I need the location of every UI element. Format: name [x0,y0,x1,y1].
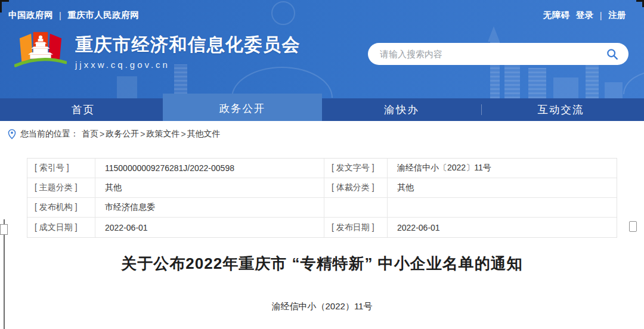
meta-value-topic-category: 其他 [95,178,324,197]
top-bar-separator: | [600,11,602,20]
breadcrumb-policy-files[interactable]: 政策文件 [146,129,179,139]
article-title: 关于公布2022年重庆市 “专精特新” 中小企业名单的通知 [0,253,644,274]
breadcrumb-separator: > [140,129,145,139]
tab-interaction[interactable]: 互动交流 [481,98,640,121]
meta-value-empty [388,198,617,217]
top-bar-separator: | [59,11,61,20]
breadcrumb-separator: > [181,129,185,139]
table-row: [ 成文日期 ] 2022-06-01 [ 发布日期 ] 2022-06-01 [27,218,617,237]
meta-value-doc-symbol: 渝经信中小〔2022〕11号 [388,159,617,178]
nav-tabs: 首页 政务公开 渝快办 互动交流 [4,94,640,121]
link-cq-gov[interactable]: 重庆市人民政府网 [67,10,139,21]
breadcrumb-home[interactable]: 首页 [82,129,98,139]
site-brand[interactable]: 重庆市经济和信息化委员会 jjxxw.cq.gov.cn [14,31,301,76]
screenshot-corner-mark-top-right [636,0,644,7]
meta-value-publish-date: 2022-06-01 [388,218,617,237]
meta-value-index-number: 11500000009276281J/2022-00598 [95,159,324,178]
skyline-bridge-arch-2 [623,70,644,94]
tab-government-affairs[interactable]: 政务公开 [163,94,322,121]
top-bar-left: 中国政府网 | 重庆市人民政府网 [8,10,139,21]
site-header: 中国政府网 | 重庆市人民政府网 无障碍 登录 | 注册 [0,0,644,121]
table-row: [ 发布机构 ] 市经济信息委 [27,198,617,218]
page: 中国政府网 | 重庆市人民政府网 无障碍 登录 | 注册 [0,0,644,329]
meta-value-written-date: 2022-06-01 [95,218,324,237]
table-row: [ 索引号 ] 11500000009276281J/2022-00598 [ … [27,159,617,178]
table-row: [ 主题分类 ] 其他 [ 体裁分类 ] 其他 [27,178,617,198]
meta-label-empty [324,198,388,217]
link-gov-cn[interactable]: 中国政府网 [8,10,53,21]
breadcrumb-prefix: 您当前的位置： [20,129,79,139]
site-logo-icon [14,31,67,76]
search-input[interactable] [380,49,605,59]
tab-yukuaiban[interactable]: 渝快办 [322,98,481,121]
site-domain: jjxxw.cq.gov.cn [75,60,301,70]
main-content: 您当前的位置： 首页 > 政务公开 > 政策文件 > 其他文件 [ 索引号 ] … [0,121,644,329]
screenshot-selection-handle-right [629,221,637,232]
skyline-tower-spire [488,26,500,42]
tab-home[interactable]: 首页 [4,98,163,121]
location-pin-icon [8,129,16,139]
article-doc-number: 渝经信中小（2022）11号 [0,301,644,312]
search-icon[interactable] [605,46,620,62]
breadcrumb: 您当前的位置： 首页 > 政务公开 > 政策文件 > 其他文件 [8,129,644,139]
breadcrumb-other-files[interactable]: 其他文件 [187,129,221,139]
meta-label-topic-category: [ 主题分类 ] [27,178,95,197]
meta-value-issuing-agency: 市经济信息委 [95,198,324,217]
screenshot-edge-line [4,219,5,329]
meta-label-issuing-agency: [ 发布机构 ] [27,198,95,217]
login-link[interactable]: 登录 [576,10,594,21]
meta-label-genre-category: [ 体裁分类 ] [324,178,388,197]
top-bar: 中国政府网 | 重庆市人民政府网 无障碍 登录 | 注册 [8,10,626,21]
meta-label-index-number: [ 索引号 ] [27,159,95,178]
main-nav: 首页 政务公开 渝快办 互动交流 [0,94,644,121]
meta-label-written-date: [ 成文日期 ] [27,218,95,237]
meta-value-genre-category: 其他 [388,178,617,197]
brand-text: 重庆市经济和信息化委员会 jjxxw.cq.gov.cn [75,31,301,70]
breadcrumb-separator: > [100,129,104,139]
top-bar-right: 无障碍 登录 | 注册 [543,10,626,21]
document-meta-table: [ 索引号 ] 11500000009276281J/2022-00598 [ … [27,158,617,238]
breadcrumb-gov-affairs[interactable]: 政务公开 [106,129,139,139]
screenshot-corner-mark-top-left [0,0,9,13]
register-link[interactable]: 注册 [608,10,626,21]
site-name: 重庆市经济和信息化委员会 [75,35,301,55]
meta-label-doc-symbol: [ 发文字号 ] [324,159,388,178]
accessibility-link[interactable]: 无障碍 [543,10,570,21]
search-bar [368,43,628,65]
meta-label-publish-date: [ 发布日期 ] [324,218,388,237]
screenshot-selection-handle-left [0,224,8,235]
